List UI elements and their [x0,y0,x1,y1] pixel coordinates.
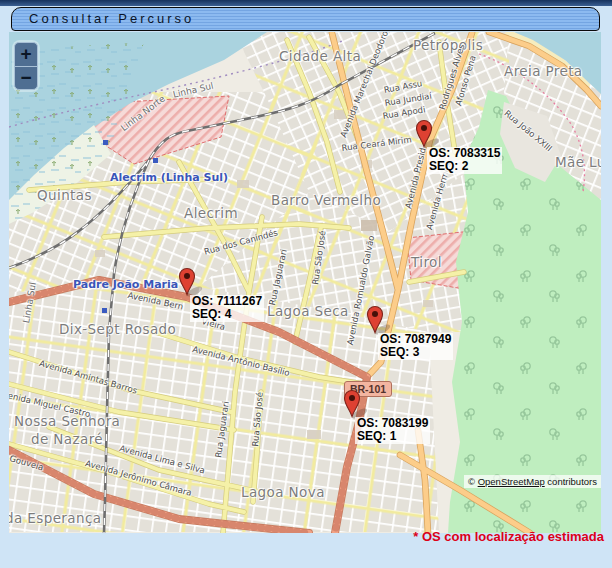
district-label-tirol: Tirol [411,254,442,270]
district-label-cidade-alta: Cidade Alta [279,48,361,64]
station-label-padre-joao-maria: Padre João Maria [73,278,178,291]
marker-seq: SEQ: 1 [357,430,428,443]
district-label-alecrim: Alecrim [184,205,238,221]
window-top-edge [0,0,612,6]
district-label-de-nazare: de Nazaré [31,431,103,447]
map-canvas[interactable]: Cidade Alta Petrópolis Areia Preta Mãe L… [9,32,601,533]
zoom-control: + − [14,42,38,90]
district-label-nossa-senhora: Nossa Senhora [14,413,120,429]
marker-os: OS: 7111267 [192,295,262,308]
district-label-barro-vermelho: Barro Vermelho [271,192,381,208]
map-attribution: © OpenStreetMap contributors [464,475,601,488]
marker-os: OS: 7087949 [380,333,451,346]
marker-pin-icon [342,388,368,418]
zoom-out-button[interactable]: − [14,66,38,90]
district-label-areia-preta: Areia Preta [504,63,583,79]
panel-title: Consultar Percurso [12,8,599,30]
marker-os: OS: 7083315 [429,147,500,160]
attribution-suffix: contributors [547,476,597,487]
station-label-alecrim: Alecrim (Linha Sul) [110,171,228,184]
district-label-lagoa-seca: Lagoa Seca [267,303,349,319]
page: { "window": { "title": "Consultar Percur… [0,0,612,568]
district-label-mae-luiza: Mãe Lu [555,154,601,170]
zoom-in-button[interactable]: + [14,42,38,66]
district-label-petropolis: Petrópolis [413,37,483,53]
marker-seq: SEQ: 2 [429,160,500,173]
marker-label: OS: 7083315 SEQ: 2 [427,147,502,174]
marker-label: OS: 7111267 SEQ: 4 [190,295,264,322]
openstreetmap-link[interactable]: OpenStreetMap [478,476,545,487]
attribution-copyright: © [468,476,475,487]
panel-title-bar: Consultar Percurso [11,7,600,31]
marker-pin-icon [177,266,203,296]
district-label-lagoa-nova: Lagoa Nova [241,484,325,500]
marker-seq: SEQ: 4 [192,308,262,321]
marker-os: OS: 7083199 [357,417,428,430]
district-label-quintas: Quintas [37,187,92,203]
marker-pin-icon [365,304,391,334]
marker-label: OS: 7083199 SEQ: 1 [355,417,430,444]
marker-seq: SEQ: 3 [380,346,451,359]
district-label-esperanca: da Esperança [9,510,101,526]
marker-label: OS: 7087949 SEQ: 3 [378,333,453,360]
district-label-dix-sept-rosado: Dix-Sept Rosado [59,321,176,337]
marker-pin-icon [414,118,440,148]
estimated-location-note: * OS com localização estimada [413,529,604,544]
